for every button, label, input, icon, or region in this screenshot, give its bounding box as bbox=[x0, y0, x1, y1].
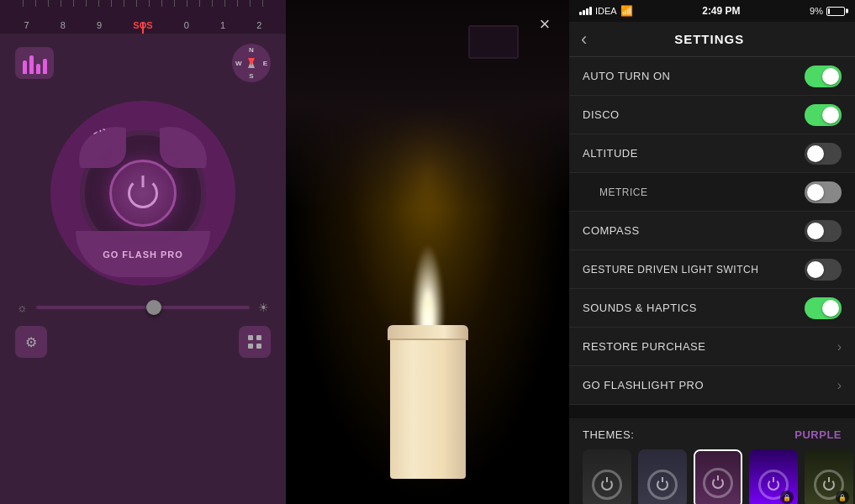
eq-button[interactable] bbox=[15, 47, 54, 79]
svg-rect-1 bbox=[256, 335, 261, 340]
toggle-thumb-auto-turn-on bbox=[822, 68, 839, 85]
flash-top-row: N S E W bbox=[0, 34, 286, 92]
room-background bbox=[286, 0, 569, 210]
mini-power-steel bbox=[657, 479, 668, 491]
theme-purple[interactable] bbox=[694, 449, 742, 504]
candle-panel: × bbox=[286, 0, 569, 504]
status-bar: IDEA 📶 2:49 PM 9% bbox=[569, 0, 855, 22]
flash-control-panel: 7 8 9 SOS 0 1 2 N S E W bbox=[0, 0, 286, 504]
setting-label-metrice: METRICE bbox=[599, 186, 648, 198]
brightness-max-icon: ☀ bbox=[258, 301, 269, 314]
flame-container bbox=[411, 244, 445, 336]
theme-dark[interactable] bbox=[583, 449, 631, 504]
lock-icon-olive: 🔒 bbox=[836, 491, 849, 504]
theme-steel[interactable] bbox=[638, 449, 687, 504]
gear-button[interactable]: ⚙ bbox=[15, 326, 47, 358]
toggle-gesture[interactable] bbox=[805, 259, 842, 281]
toggle-compass[interactable] bbox=[805, 220, 842, 242]
toggle-auto-turn-on[interactable] bbox=[805, 66, 842, 87]
carrier-name: IDEA bbox=[595, 6, 617, 16]
back-button[interactable]: ‹ bbox=[581, 30, 587, 49]
theme-steel-preview bbox=[638, 449, 687, 504]
battery-icon bbox=[826, 7, 845, 16]
compass-west: W bbox=[235, 60, 242, 67]
brightness-slider[interactable] bbox=[36, 306, 250, 309]
brightness-min-icon: ☼ bbox=[17, 301, 28, 314]
status-left: IDEA 📶 bbox=[579, 5, 633, 17]
theme-violet-preview: 🔒 bbox=[749, 449, 798, 504]
setting-label-gesture: GESTURE DRIVEN LIGHT SWITCH bbox=[583, 264, 758, 276]
ruler-7: 7 bbox=[24, 20, 29, 30]
ruler-2: 2 bbox=[256, 20, 261, 30]
go-flash-label: GO FLASH PRO bbox=[103, 249, 183, 260]
setting-row-compass: COMPASS bbox=[569, 212, 855, 250]
ruler-9: 9 bbox=[97, 20, 102, 30]
toggle-sounds[interactable] bbox=[805, 297, 842, 319]
theme-olive-preview: 🔒 bbox=[805, 449, 853, 504]
toggle-thumb-compass bbox=[807, 223, 824, 239]
setting-row-go-flashlight[interactable]: GO FLASHLIGHT PRO › bbox=[569, 366, 855, 405]
chevron-go-flashlight: › bbox=[837, 378, 842, 393]
power-icon bbox=[128, 178, 158, 208]
status-right: 9% bbox=[810, 6, 845, 16]
ruler-8: 8 bbox=[61, 20, 66, 30]
setting-row-sounds: SOUNDS & HAPTICS bbox=[569, 289, 855, 328]
settings-header: ‹ SETTINGS bbox=[569, 22, 855, 57]
battery-fill bbox=[828, 8, 830, 14]
candle-top bbox=[388, 325, 468, 340]
ruler-indicator bbox=[142, 22, 144, 34]
setting-label-restore: RESTORE PURCHASE bbox=[583, 340, 705, 353]
compass-north: N bbox=[249, 46, 254, 54]
chevron-restore: › bbox=[837, 339, 842, 354]
toggle-metrice[interactable] bbox=[805, 181, 842, 203]
close-button[interactable]: × bbox=[532, 12, 557, 37]
svg-rect-0 bbox=[248, 335, 253, 340]
themes-section: THEMES: PURPLE bbox=[569, 418, 855, 504]
compass-east: E bbox=[263, 60, 267, 67]
setting-label-go-flashlight: GO FLASHLIGHT PRO bbox=[583, 379, 704, 391]
setting-label-compass: COMPASS bbox=[583, 224, 640, 237]
toggle-altitude[interactable] bbox=[805, 143, 842, 165]
settings-list: AUTO TURN ON DISCO ALTITUDE METRICE bbox=[569, 57, 855, 504]
toggle-disco[interactable] bbox=[805, 104, 842, 126]
ruler-0: 0 bbox=[184, 20, 189, 30]
battery-percent: 9% bbox=[810, 6, 823, 16]
ruler-1: 1 bbox=[220, 20, 225, 30]
status-time: 2:49 PM bbox=[702, 5, 740, 17]
setting-row-restore[interactable]: RESTORE PURCHASE › bbox=[569, 328, 855, 366]
theme-olive[interactable]: 🔒 bbox=[805, 449, 853, 504]
setting-label-altitude: ALTITUDE bbox=[583, 147, 638, 160]
compass-widget[interactable]: N S E W bbox=[232, 44, 271, 82]
power-button[interactable] bbox=[109, 160, 177, 227]
toggle-thumb-metrice bbox=[807, 184, 824, 201]
wheel-container: COLOR FIRE GO FLASH PRO bbox=[50, 101, 235, 286]
theme-purple-preview bbox=[695, 451, 741, 504]
mini-wheel-purple bbox=[703, 468, 733, 498]
theme-violet[interactable]: 🔒 bbox=[749, 449, 798, 504]
monitor-silhouette bbox=[468, 25, 519, 59]
candle-background bbox=[286, 0, 569, 504]
toggle-thumb-altitude bbox=[807, 145, 824, 162]
setting-label-disco: DISCO bbox=[583, 108, 620, 121]
gear-icon: ⚙ bbox=[25, 334, 37, 350]
candle-body bbox=[390, 332, 466, 479]
toggle-thumb-sounds bbox=[822, 300, 839, 317]
setting-label-auto-turn-on: AUTO TURN ON bbox=[583, 70, 670, 82]
setting-row-gesture: GESTURE DRIVEN LIGHT SWITCH bbox=[569, 250, 855, 289]
spacer bbox=[569, 405, 855, 418]
signal-bars bbox=[579, 7, 592, 15]
brightness-row: ☼ ☀ bbox=[0, 286, 286, 314]
flash-bottom-row: ⚙ bbox=[0, 314, 286, 366]
theme-dark-preview bbox=[583, 449, 631, 504]
mini-power-violet bbox=[768, 479, 779, 491]
setting-row-disco: DISCO bbox=[569, 96, 855, 134]
setting-row-metrice: METRICE bbox=[569, 173, 855, 212]
flame-outer bbox=[411, 244, 445, 336]
brightness-thumb[interactable] bbox=[146, 300, 161, 315]
settings-panel: IDEA 📶 2:49 PM 9% ‹ SETTINGS AUTO TURN O… bbox=[569, 0, 855, 504]
grid-button[interactable] bbox=[239, 326, 271, 358]
mini-wheel-dark bbox=[592, 470, 622, 500]
control-wheel-area: COLOR FIRE GO FLASH PRO bbox=[0, 101, 286, 286]
wifi-icon: 📶 bbox=[620, 5, 633, 17]
toggle-thumb-disco bbox=[822, 107, 839, 123]
